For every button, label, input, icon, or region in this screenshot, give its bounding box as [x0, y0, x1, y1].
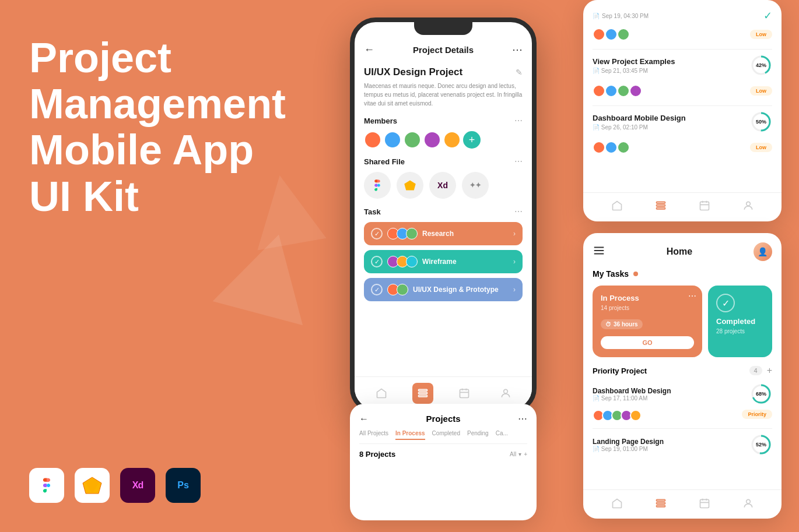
home-header: Home 👤: [593, 242, 772, 261]
proj-info-1: Dashboard Web Design 📄 Sep 17, 11:00 AM: [593, 387, 671, 401]
task-right-2: 50%: [750, 111, 772, 133]
tab-all-projects[interactable]: All Projects: [359, 430, 388, 440]
task-arrow-icon: ›: [513, 230, 516, 238]
sketch-icon[interactable]: [75, 468, 110, 503]
completed-card[interactable]: ✓ Completed 28 projects: [708, 286, 772, 357]
project-description: Maecenas et mauris neque. Donec arcu des…: [364, 82, 523, 108]
task-arrow-icon-2: ›: [513, 258, 516, 266]
rnav-calendar[interactable]: [699, 200, 710, 214]
task-list-left-2: Dashboard Mobile Design 📄 Sep 26, 02:10 …: [593, 114, 686, 131]
tab-pending[interactable]: Pending: [467, 430, 489, 440]
tasks-dot: [633, 272, 638, 276]
av-group-2: [605, 84, 618, 97]
task-name-2: Dashboard Mobile Design: [593, 114, 686, 122]
priority-count: 4: [749, 366, 762, 375]
task-avatars: [387, 228, 418, 239]
task-left-3: ✓ UI/UX Design & Prototype: [371, 284, 499, 295]
tab-completed[interactable]: Completed: [432, 430, 460, 440]
nav-calendar-icon[interactable]: [454, 383, 475, 404]
bp-back-button[interactable]: ←: [359, 414, 369, 424]
edit-icon[interactable]: ✎: [516, 68, 523, 77]
title-line2: Management: [29, 80, 286, 127]
task-item-research[interactable]: ✓ Research ›: [364, 222, 523, 245]
tab-more[interactable]: Ca...: [496, 430, 508, 440]
shared-file-more-icon[interactable]: ⋯: [514, 157, 523, 166]
completed-count: 28 projects: [716, 328, 764, 334]
task-list-left-1: View Project Examples 📄 Sep 21, 03:45 PM: [593, 57, 675, 74]
nav-user-icon[interactable]: [495, 383, 516, 404]
bottom-phone-header: ← Projects ⋯: [359, 413, 527, 424]
card-dots-icon[interactable]: ⋯: [688, 291, 696, 301]
projects-count: 8 Projects: [359, 450, 395, 459]
task-name-1: View Project Examples: [593, 57, 675, 66]
back-button[interactable]: ←: [364, 44, 374, 56]
svg-rect-6: [460, 389, 468, 397]
progress-text-2: 50%: [756, 119, 766, 125]
nav-home-icon[interactable]: [371, 383, 392, 404]
task-item-uiux[interactable]: ✓ UI/UX Design & Prototype ›: [364, 278, 523, 301]
home-screen-title: Home: [667, 246, 692, 257]
home-user-avatar[interactable]: 👤: [754, 242, 772, 261]
priority-add-icon[interactable]: +: [767, 365, 772, 376]
photoshop-icon[interactable]: Ps: [166, 468, 201, 503]
file-icon-ps[interactable]: ✦✦: [462, 172, 489, 199]
nav-list-icon[interactable]: [412, 383, 433, 404]
proj-item-2[interactable]: Landing Page Design 📄 Sep 19, 01:00 PM 5…: [593, 434, 772, 456]
right-top-nav: [583, 192, 782, 221]
task-check-icon-3: ✓: [371, 284, 383, 295]
priority-header: Priority Project 4 +: [593, 365, 772, 376]
shared-file-title: Shared File: [364, 157, 405, 166]
home-bottom-nav: [583, 489, 782, 519]
home-nav-list[interactable]: [655, 498, 667, 512]
proj-item-1[interactable]: Dashboard Web Design 📄 Sep 17, 11:00 AM …: [593, 383, 772, 421]
file-icon-xd[interactable]: Xd: [429, 172, 456, 199]
file-icon-sketch[interactable]: [397, 172, 423, 199]
task-list-item-1[interactable]: View Project Examples 📄 Sep 21, 03:45 PM…: [593, 54, 772, 76]
svg-point-10: [503, 389, 507, 393]
project-name: UI/UX Design Project: [364, 66, 462, 78]
phone-screen-title: Project Details: [413, 45, 474, 55]
svg-rect-16: [656, 205, 665, 206]
rnav-list[interactable]: [655, 200, 667, 214]
task-av8: [397, 284, 408, 295]
task-list-item-2[interactable]: Dashboard Mobile Design 📄 Sep 26, 02:10 …: [593, 111, 772, 133]
completed-status: Completed: [716, 317, 764, 326]
task-section-header: Task ⋯: [364, 207, 523, 216]
center-phone: ← Project Details ⋯ UI/UX Design Project…: [350, 17, 537, 414]
check-circle-icon: ✓: [716, 294, 735, 312]
filter-dropdown[interactable]: All ▾ +: [510, 451, 527, 457]
tool-icons-row: Xd Ps: [29, 468, 201, 503]
hamburger-icon[interactable]: [593, 244, 605, 260]
phone-header: ← Project Details ⋯: [364, 38, 523, 61]
svg-rect-3: [418, 389, 427, 391]
task-item-wireframe[interactable]: ✓ Wireframe ›: [364, 250, 523, 273]
proj-name-2: Landing Page Design: [593, 438, 664, 446]
svg-rect-17: [656, 207, 665, 209]
top-av-1: [593, 28, 605, 41]
task-avatars-3: [387, 284, 408, 295]
members-more-icon[interactable]: ⋯: [514, 116, 523, 125]
figma-icon[interactable]: [29, 468, 64, 503]
home-nav-calendar[interactable]: [699, 498, 710, 512]
rnav-home[interactable]: [611, 200, 623, 214]
bp-menu-icon[interactable]: ⋯: [518, 413, 527, 424]
add-member-button[interactable]: +: [463, 131, 481, 149]
file-icon-figma[interactable]: [364, 172, 391, 199]
xd-icon[interactable]: Xd: [120, 468, 155, 503]
home-nav-user[interactable]: [742, 498, 754, 512]
right-home-panel: Home 👤 My Tasks ⋯ In Process 14 projects…: [583, 233, 782, 519]
task-more-icon[interactable]: ⋯: [514, 207, 523, 216]
proj-avatars-1: [593, 410, 642, 421]
in-process-status: In Process: [601, 294, 694, 302]
home-nav-home[interactable]: [611, 498, 623, 512]
av-group-1: [593, 84, 605, 97]
rnav-user[interactable]: [742, 200, 754, 214]
progress-circle-1: 42%: [750, 54, 772, 76]
in-process-card[interactable]: ⋯ In Process 14 projects ⏱ 36 hours GO: [593, 286, 702, 357]
more-menu-button[interactable]: ⋯: [512, 43, 523, 56]
svg-marker-2: [404, 180, 416, 190]
tab-in-process[interactable]: In Process: [395, 430, 425, 440]
go-button[interactable]: GO: [601, 336, 694, 349]
task-date-2: 📄 Sep 26, 02:10 PM: [593, 124, 686, 131]
members-title: Members: [364, 117, 397, 125]
